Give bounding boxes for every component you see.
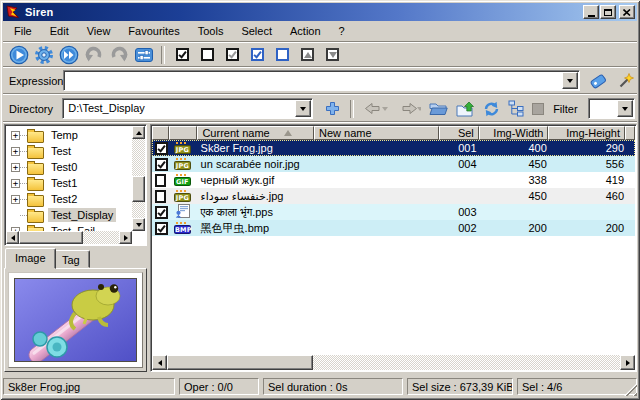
- menu-item-action[interactable]: Action: [281, 23, 330, 40]
- column-header-checkbox[interactable]: [152, 126, 169, 140]
- quick-run-icon: [59, 45, 79, 65]
- expand-icon[interactable]: +: [11, 147, 20, 156]
- tree-item-test1[interactable]: +Test1: [7, 175, 80, 191]
- check-all-button[interactable]: [171, 44, 194, 66]
- uncheck-selected-button[interactable]: [271, 44, 294, 66]
- tree-item-test0[interactable]: +Test0: [7, 159, 80, 175]
- cell-checkbox[interactable]: [152, 140, 169, 156]
- cell-checkbox[interactable]: [152, 172, 169, 188]
- cell-img-height: 200: [552, 220, 629, 236]
- filter-dropdown-button[interactable]: [617, 100, 633, 117]
- undo-button[interactable]: [82, 44, 105, 66]
- scroll-thumb[interactable]: [167, 355, 313, 370]
- quick-run-button[interactable]: [57, 44, 80, 66]
- move-up-button[interactable]: [296, 44, 319, 66]
- forward-button[interactable]: [393, 98, 424, 120]
- tree-item-temp[interactable]: +Temp: [7, 127, 81, 143]
- directory-combobox[interactable]: D:\Test_Display: [62, 98, 313, 119]
- row-checkbox[interactable]: [155, 158, 168, 171]
- table-row[interactable]: एक काला भृंग.pps003: [152, 204, 635, 220]
- folder-icon: [27, 163, 44, 175]
- menu-item-tools[interactable]: Tools: [189, 23, 233, 40]
- row-checkbox[interactable]: [155, 222, 168, 235]
- minimize-button[interactable]: [583, 5, 599, 19]
- directory-dropdown-button[interactable]: [295, 100, 311, 117]
- wizard-button[interactable]: [615, 70, 637, 92]
- tag-button[interactable]: [586, 70, 611, 92]
- column-header-img-height[interactable]: Img-Height: [548, 126, 625, 140]
- cell-checkbox[interactable]: [152, 220, 169, 236]
- parent-directory-icon: [456, 101, 475, 117]
- tab-tag[interactable]: Tag: [52, 250, 90, 268]
- scroll-down-button[interactable]: [132, 218, 145, 231]
- scroll-right-button[interactable]: [119, 231, 132, 244]
- parent-directory-button[interactable]: [453, 98, 478, 120]
- menu-item-file[interactable]: File: [5, 23, 41, 40]
- close-button[interactable]: [619, 5, 635, 19]
- column-header-img-width[interactable]: Img-Width: [479, 126, 549, 140]
- title-bar[interactable]: Siren: [3, 3, 637, 21]
- presets-button[interactable]: [132, 44, 155, 66]
- tree-connector: [20, 183, 27, 184]
- refresh-button[interactable]: [480, 98, 503, 120]
- open-directory-button[interactable]: [426, 98, 451, 120]
- column-header-new-name[interactable]: New name: [314, 126, 439, 140]
- menu-item-select[interactable]: Select: [232, 23, 281, 40]
- menu-item-view[interactable]: View: [78, 23, 120, 40]
- tree-horizontal-scrollbar[interactable]: [6, 231, 132, 244]
- cell-checkbox[interactable]: [152, 204, 169, 220]
- add-favourite-button[interactable]: [321, 98, 344, 120]
- row-checkbox[interactable]: [155, 206, 168, 219]
- toggle-checks-button[interactable]: [221, 44, 244, 66]
- settings-gear-button[interactable]: [32, 44, 55, 66]
- uncheck-all-button[interactable]: [196, 44, 219, 66]
- cell-filler: [629, 172, 635, 188]
- menu-item-favourites[interactable]: Favourites: [119, 23, 188, 40]
- scroll-thumb[interactable]: [132, 176, 145, 202]
- column-header-icon[interactable]: [169, 126, 198, 140]
- tree-vertical-scrollbar[interactable]: [132, 126, 145, 231]
- run-rename-button[interactable]: [7, 44, 30, 66]
- scroll-thumb[interactable]: [19, 231, 83, 244]
- check-selected-button[interactable]: [246, 44, 269, 66]
- tree-item-test-display[interactable]: Test_Display: [7, 207, 116, 223]
- tree-item-test2[interactable]: +Test2: [7, 191, 80, 207]
- tree-item-label: Test1: [48, 176, 80, 190]
- tree-item-test[interactable]: +Test: [7, 143, 74, 159]
- scroll-left-button[interactable]: [6, 231, 19, 244]
- expand-icon[interactable]: +: [11, 179, 20, 188]
- cell-checkbox[interactable]: [152, 156, 169, 172]
- move-down-button[interactable]: [321, 44, 344, 66]
- column-header-sel[interactable]: Sel: [439, 126, 478, 140]
- table-row[interactable]: GIFчерный жук.gif338419: [152, 172, 635, 188]
- scroll-right-button[interactable]: [620, 355, 635, 370]
- menu-item-help[interactable]: ?: [330, 23, 354, 40]
- tab-image[interactable]: Image: [5, 248, 56, 269]
- expression-dropdown-button[interactable]: [562, 72, 578, 89]
- expand-icon[interactable]: +: [11, 163, 20, 172]
- redo-button[interactable]: [107, 44, 130, 66]
- table-row[interactable]: BMP黑色甲虫.bmp002200200: [152, 220, 635, 236]
- back-button[interactable]: [360, 98, 391, 120]
- refresh-icon: [483, 101, 500, 117]
- expression-combobox[interactable]: [63, 70, 580, 91]
- row-checkbox[interactable]: [155, 142, 168, 155]
- filter-combobox[interactable]: [588, 98, 635, 119]
- expand-icon[interactable]: +: [11, 195, 20, 204]
- row-checkbox[interactable]: [155, 190, 166, 203]
- cell-checkbox[interactable]: [152, 188, 169, 204]
- column-header-current-name[interactable]: Current name: [197, 126, 314, 140]
- table-row[interactable]: JPGun scarabée noir.jpg004450556: [152, 156, 635, 172]
- scroll-left-button[interactable]: [152, 355, 167, 370]
- tree-connector: [20, 199, 27, 200]
- stop-button[interactable]: [529, 98, 547, 120]
- expand-icon[interactable]: +: [11, 131, 20, 140]
- directory-tree-button[interactable]: [505, 98, 527, 120]
- maximize-button[interactable]: [600, 5, 616, 19]
- table-row[interactable]: JPGخنفساء سوداء.jpg450460: [152, 188, 635, 204]
- table-horizontal-scrollbar[interactable]: [152, 355, 635, 370]
- scroll-up-button[interactable]: [132, 126, 145, 139]
- row-checkbox[interactable]: [155, 174, 166, 187]
- table-row[interactable]: JPGSk8er Frog.jpg001400290: [152, 140, 635, 156]
- menu-item-edit[interactable]: Edit: [41, 23, 78, 40]
